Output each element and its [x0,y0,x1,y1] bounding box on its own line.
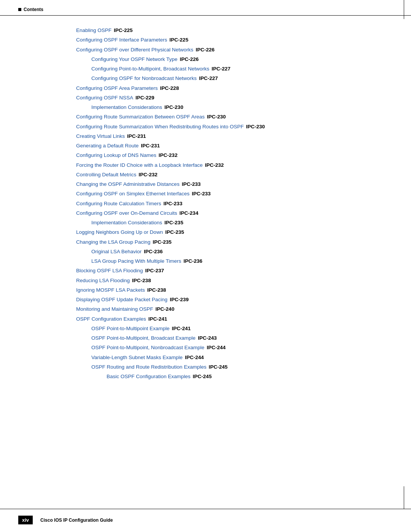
toc-item-36: OSPF Routing and Route Redistribution Ex… [76,363,381,371]
toc-link-24[interactable]: Original LSA Behavior [91,248,142,256]
toc-item-37: Basic OSPF Configuration ExamplesIPC-245 [76,373,381,380]
toc-page-8: IPC-229 [135,94,155,102]
toc-link-7[interactable]: Configuring OSPF Area Parameters [76,85,158,92]
toc-item-15: Forcing the Router ID Choice with a Loop… [76,161,381,169]
toc-item-9: Implementation ConsiderationsIPC-230 [76,104,381,111]
toc-item-6: Configuring OSPF for Nonbroadcast Networ… [76,75,381,82]
toc-page-27: IPC-238 [132,277,151,284]
toc-item-12: Creating Virtual LinksIPC-231 [76,133,381,140]
toc-link-4[interactable]: Configuring Your OSPF Network Type [91,56,177,63]
toc-page-4: IPC-226 [180,56,199,63]
toc-page-30: IPC-240 [156,305,175,313]
toc-page-23: IPC-235 [153,238,172,246]
top-border [0,15,411,16]
toc-link-15[interactable]: Forcing the Router ID Choice with a Loop… [76,161,202,169]
toc-item-33: OSPF Point-to-Multipoint, Broadcast Exam… [76,334,381,342]
toc-item-2: Configuring OSPF Interface ParametersIPC… [76,36,381,44]
toc-link-34[interactable]: OSPF Point-to-Multipoint, Nonbroadcast E… [91,344,204,351]
toc-page-33: IPC-243 [198,334,217,342]
toc-page-35: IPC-244 [185,354,204,361]
toc-page-5: IPC-227 [212,65,231,73]
toc-page-36: IPC-245 [209,363,228,371]
toc-page-6: IPC-227 [199,75,218,82]
toc-link-9[interactable]: Implementation Considerations [91,104,162,111]
toc-link-31[interactable]: OSPF Configuration Examples [76,315,146,323]
toc-link-20[interactable]: Configuring OSPF over On-Demand Circuits [76,209,177,217]
toc-link-37[interactable]: Basic OSPF Configuration Examples [107,373,191,380]
toc-link-1[interactable]: Enabling OSPF [76,27,112,34]
bottom-right-border [404,486,404,509]
toc-item-23: Changing the LSA Group PacingIPC-235 [76,238,381,246]
toc-link-11[interactable]: Configuring Route Summarization When Red… [76,123,244,131]
toc-item-27: Reducing LSA FloodingIPC-238 [76,277,381,284]
toc-link-10[interactable]: Configuring Route Summarization Between … [76,113,205,121]
toc-link-22[interactable]: Logging Neighbors Going Up or Down [76,228,163,236]
toc-page-22: IPC-235 [165,228,184,236]
toc-item-5: Configuring Point-to-Multipoint, Broadca… [76,65,381,73]
toc-item-24: Original LSA BehaviorIPC-236 [76,248,381,256]
toc-page-26: IPC-237 [145,267,164,275]
toc-content: Enabling OSPFIPC-225Configuring OSPF Int… [76,27,381,382]
toc-item-28: Ignoring MOSPF LSA PacketsIPC-238 [76,286,381,294]
toc-link-30[interactable]: Monitoring and Maintaining OSPF [76,305,153,313]
toc-item-30: Monitoring and Maintaining OSPFIPC-240 [76,305,381,313]
toc-item-8: Configuring OSPF NSSAIPC-229 [76,94,381,102]
toc-page-14: IPC-232 [159,152,178,159]
toc-page-16: IPC-232 [139,171,158,179]
toc-link-32[interactable]: OSPF Point-to-Multipoint Example [91,325,170,332]
toc-item-7: Configuring OSPF Area ParametersIPC-228 [76,85,381,92]
right-border [404,0,404,19]
toc-link-3[interactable]: Configuring OSPF over Different Physical… [76,46,193,54]
toc-link-35[interactable]: Variable-Length Subnet Masks Example [91,354,183,361]
toc-link-27[interactable]: Reducing LSA Flooding [76,277,130,284]
toc-link-28[interactable]: Ignoring MOSPF LSA Packets [76,286,145,294]
toc-page-25: IPC-236 [183,257,202,265]
toc-link-2[interactable]: Configuring OSPF Interface Parameters [76,36,167,44]
toc-link-8[interactable]: Configuring OSPF NSSA [76,94,133,102]
toc-item-3: Configuring OSPF over Different Physical… [76,46,381,54]
header-label: Contents [24,7,43,12]
toc-item-20: Configuring OSPF over On-Demand Circuits… [76,209,381,217]
toc-item-13: Generating a Default RouteIPC-231 [76,142,381,150]
toc-item-22: Logging Neighbors Going Up or DownIPC-23… [76,228,381,236]
bottom-border [0,509,411,509]
toc-page-31: IPC-241 [148,315,167,323]
toc-page-29: IPC-239 [170,296,189,304]
toc-link-17[interactable]: Changing the OSPF Administrative Distanc… [76,181,180,188]
toc-link-18[interactable]: Configuring OSPF on Simplex Ethernet Int… [76,190,190,198]
toc-link-21[interactable]: Implementation Considerations [91,219,162,227]
toc-item-19: Configuring Route Calculation TimersIPC-… [76,200,381,208]
toc-page-13: IPC-231 [141,142,160,150]
toc-page-15: IPC-232 [205,161,224,169]
page-footer: xiv Cisco IOS IP Configuration Guide [0,516,411,524]
toc-page-1: IPC-225 [114,27,133,34]
toc-link-36[interactable]: OSPF Routing and Route Redistribution Ex… [91,363,206,371]
toc-link-29[interactable]: Displaying OSPF Update Packet Pacing [76,296,167,304]
toc-page-2: IPC-225 [169,36,188,44]
toc-link-26[interactable]: Blocking OSPF LSA Flooding [76,267,143,275]
toc-link-5[interactable]: Configuring Point-to-Multipoint, Broadca… [91,65,209,73]
toc-link-23[interactable]: Changing the LSA Group Pacing [76,238,150,246]
toc-link-13[interactable]: Generating a Default Route [76,142,139,150]
toc-page-9: IPC-230 [164,104,183,111]
toc-link-12[interactable]: Creating Virtual Links [76,133,125,140]
toc-link-25[interactable]: LSA Group Pacing With Multiple Timers [91,257,181,265]
toc-link-19[interactable]: Configuring Route Calculation Timers [76,200,161,208]
toc-item-32: OSPF Point-to-Multipoint ExampleIPC-241 [76,325,381,332]
header-square-icon [18,8,21,11]
toc-page-12: IPC-231 [127,133,146,140]
page-header: Contents [18,7,43,12]
toc-link-6[interactable]: Configuring OSPF for Nonbroadcast Networ… [91,75,197,82]
toc-page-24: IPC-236 [144,248,163,256]
toc-item-25: LSA Group Pacing With Multiple TimersIPC… [76,257,381,265]
toc-link-33[interactable]: OSPF Point-to-Multipoint, Broadcast Exam… [91,334,196,342]
toc-item-21: Implementation ConsiderationsIPC-235 [76,219,381,227]
toc-page-10: IPC-230 [207,113,226,121]
toc-item-17: Changing the OSPF Administrative Distanc… [76,181,381,188]
page-container: Contents Enabling OSPFIPC-225Configuring… [0,0,411,532]
toc-page-32: IPC-241 [172,325,191,332]
toc-link-16[interactable]: Controlling Default Metrics [76,171,136,179]
toc-page-20: IPC-234 [180,209,199,217]
toc-link-14[interactable]: Configuring Lookup of DNS Names [76,152,156,159]
toc-item-10: Configuring Route Summarization Between … [76,113,381,121]
